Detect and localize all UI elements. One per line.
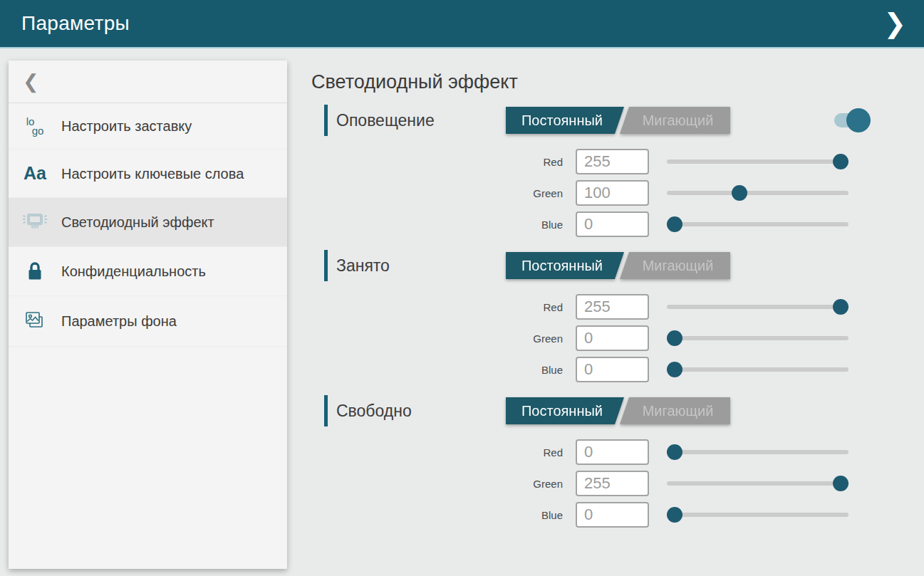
sidebar-item-background[interactable]: Параметры фона (9, 296, 287, 347)
channel-row-blue: Blue (499, 357, 924, 382)
page-title: Параметры (21, 12, 130, 35)
chevron-right-icon[interactable]: ❯ (883, 10, 906, 37)
accent-bar (324, 395, 328, 426)
channel-row-green: Green (499, 180, 924, 206)
channel-label: Blue (499, 509, 563, 521)
sidebar-item-screensaver[interactable]: logo Настроить заставку (9, 103, 287, 150)
accent-bar (324, 105, 328, 136)
slider-rail (667, 481, 848, 486)
section-label: Занято (336, 256, 506, 276)
green-value-input[interactable] (576, 471, 649, 496)
channel-label: Green (499, 187, 563, 199)
slider-rail (667, 450, 848, 454)
back-button[interactable]: ❮ (9, 61, 287, 103)
blue-value-input[interactable] (576, 357, 649, 382)
channel-row-red: Red (499, 294, 924, 320)
led-screen-icon (9, 211, 61, 233)
green-value-input[interactable] (576, 325, 649, 351)
section-busy: Занято Постоянный Мигающий Red Green (311, 250, 924, 382)
sidebar-item-label: Светодиодный эффект (61, 213, 214, 231)
section-alert: Оповещение Постоянный Мигающий Red (311, 105, 924, 237)
chevron-left-icon: ❮ (23, 70, 39, 93)
slider-knob[interactable] (833, 299, 848, 315)
channel-label: Red (499, 156, 563, 168)
green-slider[interactable] (667, 471, 848, 496)
mode-blinking-button[interactable]: Мигающий (620, 252, 730, 279)
sidebar-item-label: Конфиденциальность (61, 262, 206, 281)
channel-label: Red (499, 446, 563, 459)
keywords-icon: Aa (9, 163, 61, 184)
slider-knob[interactable] (833, 476, 848, 491)
sidebar-item-privacy[interactable]: Конфиденциальность (9, 247, 287, 296)
green-slider[interactable] (667, 180, 848, 206)
channel-label: Green (499, 332, 563, 345)
sidebar-item-keywords[interactable]: Aa Настроить ключевые слова (9, 150, 287, 198)
slider-rail (667, 159, 848, 164)
main-content: Светодиодный эффект Оповещение Постоянны… (311, 50, 924, 576)
sidebar-item-label: Параметры фона (61, 312, 177, 330)
slider-knob[interactable] (667, 216, 682, 232)
blue-value-input[interactable] (576, 502, 649, 528)
channel-label: Blue (499, 364, 563, 376)
slider-knob[interactable] (667, 362, 682, 377)
section-label: Оповещение (336, 111, 506, 130)
mode-segmented-control: Постоянный Мигающий (506, 107, 730, 134)
channel-row-red: Red (499, 149, 924, 174)
mode-constant-button[interactable]: Постоянный (506, 107, 624, 134)
slider-rail (667, 336, 848, 340)
sidebar-item-label: Настроить ключевые слова (61, 164, 244, 183)
blue-slider[interactable] (667, 502, 848, 528)
sidebar-item-label: Настроить заставку (61, 117, 192, 135)
red-slider[interactable] (667, 294, 848, 320)
mode-constant-button[interactable]: Постоянный (506, 252, 624, 279)
switch-knob (846, 108, 871, 132)
red-value-input[interactable] (576, 149, 649, 174)
slider-knob[interactable] (667, 444, 682, 460)
mode-blinking-button[interactable]: Мигающий (620, 107, 730, 134)
red-value-input[interactable] (576, 294, 649, 320)
section-label: Свободно (336, 402, 506, 421)
slider-rail (667, 191, 848, 195)
channel-row-green: Green (499, 325, 924, 351)
mode-blinking-button[interactable]: Мигающий (620, 397, 730, 424)
channel-row-red: Red (499, 439, 924, 465)
channel-label: Red (499, 301, 563, 313)
background-images-icon (9, 310, 61, 332)
blue-slider[interactable] (667, 211, 848, 237)
channel-row-green: Green (499, 471, 924, 496)
slider-knob[interactable] (833, 154, 848, 169)
red-slider[interactable] (667, 439, 848, 465)
settings-window: Параметры ❯ ❮ logo Настроить заставку Aa… (0, 0, 924, 576)
slider-rail (667, 513, 848, 517)
mode-segmented-control: Постоянный Мигающий (506, 397, 730, 424)
slider-rail (667, 222, 848, 226)
mode-segmented-control: Постоянный Мигающий (506, 252, 730, 279)
red-slider[interactable] (667, 149, 848, 174)
blue-slider[interactable] (667, 357, 848, 382)
slider-knob[interactable] (667, 330, 682, 346)
content-title: Светодиодный эффект (311, 71, 924, 93)
channel-label: Blue (499, 219, 563, 231)
slider-rail (667, 305, 848, 309)
alert-enabled-switch[interactable] (834, 108, 871, 132)
green-slider[interactable] (667, 325, 848, 351)
lock-icon (9, 261, 61, 282)
green-value-input[interactable] (576, 180, 649, 206)
blue-value-input[interactable] (576, 211, 649, 237)
sidebar-item-led-effect[interactable]: Светодиодный эффект (9, 198, 287, 247)
sidebar: ❮ logo Настроить заставку Aa Настроить к… (9, 61, 287, 569)
mode-constant-button[interactable]: Постоянный (506, 397, 624, 424)
slider-knob[interactable] (732, 185, 747, 201)
channel-label: Green (499, 478, 563, 490)
slider-rail (667, 367, 848, 372)
slider-knob[interactable] (667, 507, 682, 523)
top-bar: Параметры ❯ (0, 0, 924, 48)
channel-row-blue: Blue (499, 211, 924, 237)
red-value-input[interactable] (576, 439, 649, 465)
accent-bar (324, 250, 328, 281)
logo-icon: logo (9, 117, 61, 135)
channel-row-blue: Blue (499, 502, 924, 528)
section-free: Свободно Постоянный Мигающий Red Green (311, 395, 924, 528)
